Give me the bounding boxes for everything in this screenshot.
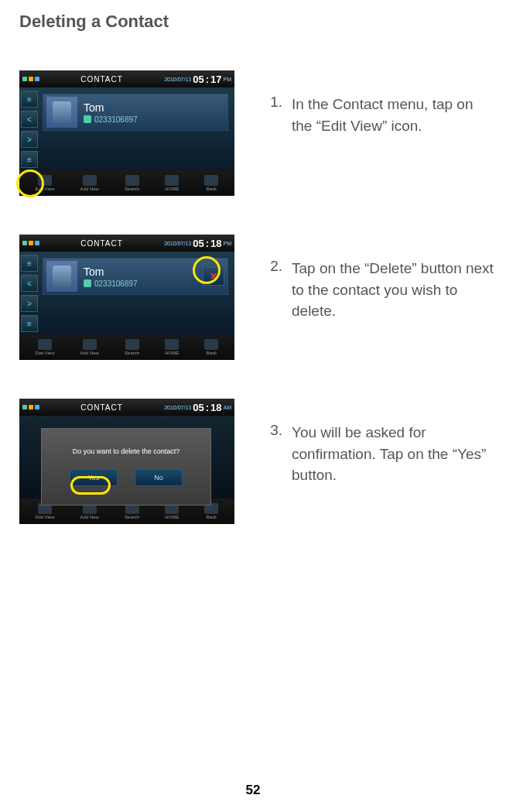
add-new-button[interactable]: Add New xyxy=(80,503,99,519)
nav-right-icon[interactable]: > xyxy=(21,131,38,148)
contact-number: 0233106897 xyxy=(84,279,138,288)
home-button[interactable]: HOME xyxy=(165,339,179,355)
edit-view-button[interactable]: Edit View xyxy=(36,175,55,191)
step-3-desc: You will be asked for confirmation. Tap … xyxy=(292,422,494,486)
screen-header: CONTACT 2010/07/13 05 : 18 PM xyxy=(19,235,234,252)
screen-body: Do you want to delete the contact? Yes N… xyxy=(19,416,234,499)
step-2-number: 2. xyxy=(265,258,282,275)
close-icon: ✕ xyxy=(210,271,217,282)
add-new-button[interactable]: Add New xyxy=(80,339,99,355)
delete-button[interactable]: ✕ xyxy=(203,267,224,286)
contact-row[interactable]: Tom 0233106897 ✕ xyxy=(43,258,228,295)
screen-footer: Dial View Add New Search HOME Back xyxy=(19,334,234,360)
step-1-text: 1. In the Contact menu, tap on the “Edit… xyxy=(265,70,494,136)
search-button[interactable]: Search xyxy=(125,175,139,191)
step-2-text: 2. Tap on the “Delete” button next to th… xyxy=(265,235,494,322)
contact-number: 0233106897 xyxy=(84,115,138,124)
contact-row[interactable]: Tom 0233106897 xyxy=(43,94,228,131)
contact-name: Tom xyxy=(84,266,138,278)
add-new-button[interactable]: Add New xyxy=(80,175,99,191)
screen-clock: 2010/07/13 05 : 18 PM xyxy=(164,238,231,249)
scroll-up-icon[interactable]: ≡ xyxy=(21,255,38,272)
contact-name: Tom xyxy=(84,101,138,114)
header-status-icons xyxy=(22,241,39,245)
scroll-down-icon[interactable]: ≡ xyxy=(21,315,38,332)
screen-footer: Edit View Add New Search HOME Back xyxy=(19,170,234,196)
step-3-text: 3. You will be asked for confirmation. T… xyxy=(265,399,494,486)
dialog-text: Do you want to delete the contact? xyxy=(73,447,180,455)
screen-title: CONTACT xyxy=(80,239,123,248)
scroll-up-icon[interactable]: ≡ xyxy=(21,91,38,108)
side-icons: ≡ < > ≡ xyxy=(21,91,39,168)
screen-title: CONTACT xyxy=(80,75,123,84)
yes-button[interactable]: Yes xyxy=(70,469,118,486)
phone-icon xyxy=(84,115,91,123)
scroll-down-icon[interactable]: ≡ xyxy=(21,151,38,168)
screenshot-2: CONTACT 2010/07/13 05 : 18 PM ≡ < > ≡ To… xyxy=(19,235,234,360)
screen-title: CONTACT xyxy=(80,403,123,412)
screenshot-1: CONTACT 2010/07/13 05 : 17 PM ≡ < > ≡ To… xyxy=(19,70,234,196)
screen-body: ≡ < > ≡ Tom 0233106897 ✕ xyxy=(19,252,234,334)
screenshot-3: CONTACT 2010/07/13 05 : 18 AM Do you wan… xyxy=(19,399,234,524)
home-button[interactable]: HOME xyxy=(165,503,179,519)
search-button[interactable]: Search xyxy=(125,503,139,519)
screen-clock: 2010/07/13 05 : 18 AM xyxy=(164,402,231,413)
no-button[interactable]: No xyxy=(135,469,183,486)
contact-info: Tom 0233106897 xyxy=(84,266,138,288)
step-1-number: 1. xyxy=(265,94,282,111)
confirm-dialog: Do you want to delete the contact? Yes N… xyxy=(41,428,211,505)
nav-left-icon[interactable]: < xyxy=(21,275,38,292)
step-3: CONTACT 2010/07/13 05 : 18 AM Do you wan… xyxy=(19,399,494,524)
screen-header: CONTACT 2010/07/13 05 : 17 PM xyxy=(19,70,234,87)
screen-header: CONTACT 2010/07/13 05 : 18 AM xyxy=(19,399,234,416)
header-status-icons xyxy=(22,77,39,81)
back-button[interactable]: Back xyxy=(204,175,218,191)
dialog-buttons: Yes No xyxy=(70,469,183,486)
avatar xyxy=(46,261,77,292)
screen-body: ≡ < > ≡ Tom 0233106897 xyxy=(19,87,234,170)
back-button[interactable]: Back xyxy=(204,503,218,519)
avatar xyxy=(46,97,77,128)
step-1: CONTACT 2010/07/13 05 : 17 PM ≡ < > ≡ To… xyxy=(19,70,494,196)
header-status-icons xyxy=(22,405,39,409)
screen-clock: 2010/07/13 05 : 17 PM xyxy=(164,74,231,85)
back-button[interactable]: Back xyxy=(204,339,218,355)
nav-left-icon[interactable]: < xyxy=(21,111,38,128)
contact-info: Tom 0233106897 xyxy=(84,101,138,124)
nav-right-icon[interactable]: > xyxy=(21,295,38,312)
dial-view-button[interactable]: Dial View xyxy=(36,339,55,355)
side-icons: ≡ < > ≡ xyxy=(21,255,39,332)
page-title: Deleting a Contact xyxy=(19,12,494,32)
page-number: 52 xyxy=(246,783,261,798)
search-button[interactable]: Search xyxy=(125,339,139,355)
step-1-desc: In the Contact menu, tap on the “Edit Vi… xyxy=(292,94,494,136)
step-2-desc: Tap on the “Delete” button next to the c… xyxy=(292,258,494,322)
dial-view-button[interactable]: Dial View xyxy=(36,503,55,519)
step-3-number: 3. xyxy=(265,422,282,439)
phone-icon xyxy=(84,279,91,287)
home-button[interactable]: HOME xyxy=(165,175,179,191)
step-2: CONTACT 2010/07/13 05 : 18 PM ≡ < > ≡ To… xyxy=(19,235,494,360)
